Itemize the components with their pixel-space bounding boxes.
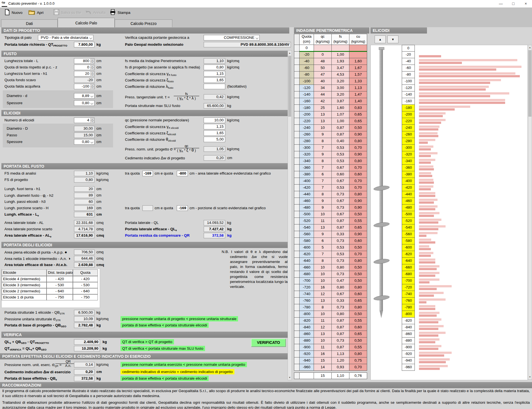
tab-calcolo-palo[interactable]: Calcolo Palo xyxy=(58,18,115,27)
indagine-cell[interactable]: 10 xyxy=(314,264,332,271)
indagine-cell[interactable]: -580 xyxy=(300,238,314,244)
indagine-cell[interactable]: 3,47 xyxy=(332,65,349,71)
indagine-row-selector[interactable] xyxy=(294,324,300,331)
indagine-cell[interactable]: 0,70 xyxy=(349,251,367,258)
indagine-cell[interactable]: 13 xyxy=(314,118,332,125)
indagine-row-selector[interactable] xyxy=(294,204,300,211)
indagine-cell[interactable]: 7 xyxy=(314,185,332,191)
indagine-cell[interactable]: -560 xyxy=(300,231,314,238)
indagine-cell[interactable]: 0,80 xyxy=(349,304,367,311)
indagine-cell[interactable]: 0,50 xyxy=(349,264,367,271)
indagine-cell[interactable]: -840 xyxy=(300,324,314,331)
indagine-cell[interactable]: 0,87 xyxy=(332,344,349,351)
indagine-cell[interactable]: 0,53 xyxy=(332,151,349,158)
indagine-cell[interactable]: 0,80 xyxy=(349,158,367,165)
indagine-row-selector[interactable] xyxy=(294,165,300,171)
indagine-cell[interactable]: 48 xyxy=(314,58,332,65)
indagine-cell[interactable]: 0,87 xyxy=(332,331,349,338)
fusto-quota_testa-input[interactable]: 0▲▼ xyxy=(74,65,94,70)
fusto-diametro_d-input[interactable]: 8,89 xyxy=(74,93,94,99)
indagine-cell[interactable]: 8 xyxy=(314,158,332,165)
indagine-cell[interactable]: 1,20 xyxy=(332,357,349,364)
indagine-cell[interactable]: -220 xyxy=(300,118,314,125)
indagine-cell[interactable]: 0,60 xyxy=(332,171,349,178)
indagine-cell[interactable]: -940 xyxy=(300,357,314,364)
indagine-cell[interactable]: 1,47 xyxy=(349,91,367,98)
maximize-button[interactable]: □ xyxy=(507,0,520,7)
indagine-row-selector[interactable] xyxy=(294,304,300,311)
indagine-cell[interactable]: 0,80 xyxy=(349,258,367,264)
indagine-row-selector[interactable] xyxy=(294,78,300,85)
tab-dati[interactable]: Dati xyxy=(1,19,58,27)
scroll-down-icon[interactable]: ▼ xyxy=(288,375,291,380)
indagine-cell[interactable]: 0,53 xyxy=(332,251,349,258)
indagine-cell[interactable]: -80 xyxy=(300,71,314,78)
indagine-cell[interactable]: 0,53 xyxy=(332,145,349,151)
indagine-row-selector[interactable] xyxy=(294,105,300,111)
indagine-cell[interactable]: 7 xyxy=(314,251,332,258)
indagine-cell[interactable]: 0,65 xyxy=(349,111,367,118)
indagine-cell[interactable]: -100 xyxy=(300,78,314,85)
indagine-cell[interactable]: 0,47 xyxy=(332,278,349,284)
indagine-cell[interactable]: 0,50 xyxy=(349,278,367,284)
indagine-cell[interactable]: 34 xyxy=(314,85,332,91)
indagine-cell[interactable]: 0,87 xyxy=(332,324,349,331)
indagine-cell[interactable]: -240 xyxy=(300,125,314,131)
form-scrollbar[interactable]: ▲ ▼ xyxy=(288,50,292,380)
indagine-cell[interactable]: -340 xyxy=(300,158,314,165)
indagine-cell[interactable]: 7 xyxy=(314,178,332,185)
indagine-row-selector[interactable] xyxy=(294,171,300,178)
indagine-row-selector[interactable] xyxy=(294,45,300,52)
indagine-cell[interactable]: 10 xyxy=(314,211,332,218)
indagine-cell[interactable]: 15 xyxy=(314,357,332,364)
indagine-cell[interactable]: 1,13 xyxy=(349,85,367,91)
indagine-cell[interactable]: 13 xyxy=(314,331,332,338)
indagine-cell[interactable]: 0,90 xyxy=(349,204,367,211)
indagine-cell[interactable]: 8 xyxy=(314,258,332,264)
indagine-cell[interactable]: 0,50 xyxy=(349,211,367,218)
indagine-cell[interactable]: 0,73 xyxy=(332,238,349,244)
spin-up-icon[interactable]: ▲ xyxy=(90,84,94,87)
elicoidi-gamma_e-input[interactable]: 1,15 xyxy=(204,124,225,129)
indagine-row-selector[interactable] xyxy=(294,298,300,304)
indagine-cell[interactable]: 40 xyxy=(314,78,332,85)
indagine-cell[interactable]: 3,00 xyxy=(332,85,349,91)
indagine-cell[interactable]: 1,93 xyxy=(332,58,349,65)
indagine-cell[interactable]: 0,40 xyxy=(332,138,349,145)
indagine-cell[interactable]: 1,33 xyxy=(349,78,367,85)
indagine-cell[interactable]: 1,00 xyxy=(332,118,349,125)
indagine-cell[interactable]: 7 xyxy=(314,165,332,171)
indagine-row-selector[interactable] xyxy=(294,145,300,151)
indagine-row-selector[interactable] xyxy=(294,231,300,238)
fusto-quota_falda-input[interactable]: -100▲▼ xyxy=(74,84,94,89)
indagine-cell[interactable]: -680 xyxy=(300,271,314,278)
indagine-cell[interactable]: 42 xyxy=(314,98,332,105)
minimize-button[interactable]: — xyxy=(495,0,507,7)
close-button[interactable]: × xyxy=(520,0,532,7)
indagine-cell[interactable]: 16 xyxy=(314,351,332,357)
indagine-cell[interactable]: 12 xyxy=(314,324,332,331)
indagine-cell[interactable]: 9 xyxy=(314,198,332,204)
indagine-cell[interactable]: 0,55 xyxy=(349,344,367,351)
indagine-cell[interactable]: 0,87 xyxy=(332,218,349,224)
indagine-cell[interactable]: -860 xyxy=(300,331,314,338)
indagine-cell[interactable]: 0,67 xyxy=(332,178,349,185)
form-scrollbar-thumb[interactable] xyxy=(288,56,291,117)
indagine-row-selector[interactable] xyxy=(294,52,300,58)
indagine-row-selector[interactable] xyxy=(294,271,300,278)
indagine-cell[interactable]: -460 xyxy=(300,198,314,204)
spin-down-icon[interactable]: ▼ xyxy=(90,121,94,123)
indagine-cell[interactable]: 0,87 xyxy=(332,125,349,131)
indagine-cell[interactable]: -720 xyxy=(300,284,314,291)
indagine-row-selector[interactable] xyxy=(294,185,300,191)
indagine-cell[interactable]: -360 xyxy=(300,165,314,171)
indagine-cell[interactable]: 0,50 xyxy=(349,125,367,131)
indagine-cell[interactable]: 0,50 xyxy=(349,244,367,251)
indagine-row-selector[interactable] xyxy=(294,98,300,105)
indagine-cell[interactable]: 0,67 xyxy=(332,211,349,218)
indagine-cell[interactable]: 11 xyxy=(314,318,332,324)
indagine-cell[interactable]: 1,67 xyxy=(349,65,367,71)
indagine-cell[interactable]: 0,83 xyxy=(349,105,367,111)
indagine-row-selector[interactable] xyxy=(294,364,300,371)
indagine-cell[interactable]: 0,50 xyxy=(349,271,367,278)
